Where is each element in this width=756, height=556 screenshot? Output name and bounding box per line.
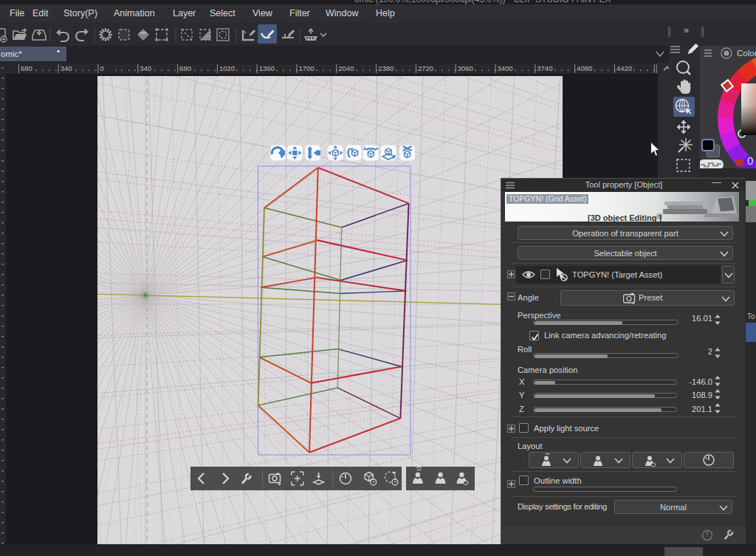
svg-text:Color: Color	[737, 49, 756, 58]
